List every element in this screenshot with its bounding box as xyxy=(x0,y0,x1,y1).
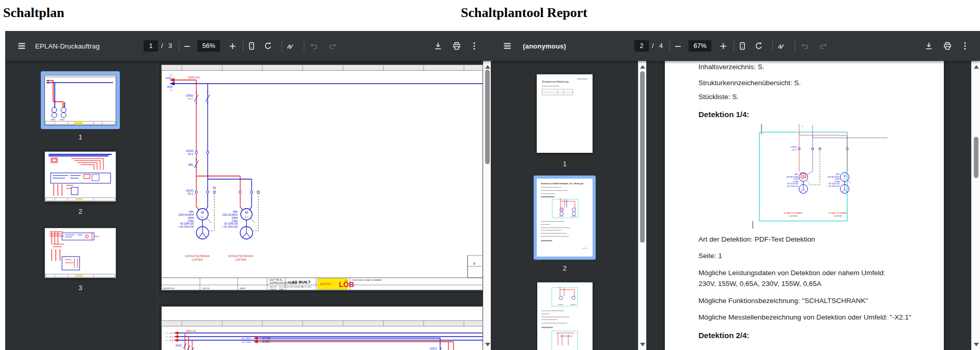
rotate-icon[interactable] xyxy=(259,37,277,55)
zoom-in-button[interactable]: + xyxy=(224,37,241,55)
page-divider: / xyxy=(161,42,163,50)
supply-voltage-label: 230V AC xyxy=(188,76,200,79)
svg-text:-X2.1: -X2.1 xyxy=(187,192,193,195)
redo-icon[interactable] xyxy=(815,37,832,55)
svg-text:0V DC: 0V DC xyxy=(262,341,270,343)
svg-text:GK 3244.100: GK 3244.100 xyxy=(787,183,798,185)
svg-text:SCHALTSCHRANK: SCHALTSCHRANK xyxy=(185,254,210,258)
report-line-values: 230V, 155W, 0,65A, 230V, 155W, 0,65A xyxy=(698,280,821,288)
svg-text:02.03.2020: 02.03.2020 xyxy=(279,286,289,288)
report-line-powerdata: Mögliche Leistungsdaten von Detektion od… xyxy=(698,269,885,277)
svg-text:MAA: MAA xyxy=(279,289,284,291)
print-icon[interactable] xyxy=(939,37,956,55)
svg-text:230V AC/50Hz: 230V AC/50Hz xyxy=(222,214,238,216)
svg-text:1~: 1~ xyxy=(245,215,248,218)
page-divider: / xyxy=(652,42,654,50)
svg-text:BEARB.: BEARB. xyxy=(270,289,277,291)
thumbnail-page-2-selected[interactable]: Detektionen im EdtST Schaltplan_Test_3Se… xyxy=(534,176,596,260)
report-line-structure: Strukturkennzeichenübersicht: S. xyxy=(698,79,801,87)
annotate-pen-icon[interactable] xyxy=(772,37,790,55)
svg-text:GK 3244.100: GK 3244.100 xyxy=(180,222,194,225)
rotate-icon[interactable] xyxy=(750,37,768,55)
right-viewer-scrollbar[interactable] xyxy=(971,61,980,350)
page-number-input[interactable]: 1 xyxy=(144,40,158,52)
zoom-level-input[interactable]: 67% xyxy=(689,40,711,52)
right-sidebar-scrollbar[interactable] xyxy=(638,61,646,350)
svg-text:14 / 10DL+: 14 / 10DL+ xyxy=(241,337,252,340)
zoom-out-button[interactable]: − xyxy=(178,37,196,55)
svg-text:DATUM: DATUM xyxy=(270,286,276,288)
sheet-number: 9 xyxy=(473,262,475,265)
svg-text:1~: 1~ xyxy=(201,215,204,218)
thumbnail-1-preview xyxy=(44,75,116,125)
svg-text:ELEKTRO: ELEKTRO xyxy=(320,283,332,285)
report-line-function: Mögliche Funktionsbezeichnung: "SCHALTSC… xyxy=(698,297,868,305)
fit-page-icon[interactable] xyxy=(243,37,260,55)
left-scrollbar-thumb[interactable] xyxy=(485,70,490,164)
svg-text:KÜHLUNG SCHALTSCHRANK: KÜHLUNG SCHALTSCHRANK xyxy=(352,279,382,281)
svg-text:Durchsuchte Dateien:: Durchsuchte Dateien: xyxy=(542,85,560,87)
left-toolbar: EPLAN-Druckauftrag 1 / 3 − 56% + xyxy=(5,31,491,61)
svg-text:SCHALTSCHRANK: SCHALTSCHRANK xyxy=(829,212,848,214)
download-icon[interactable] xyxy=(920,37,938,55)
breaker-label-2: -10Q1 xyxy=(175,344,182,347)
thumbnail-3-label: 3 xyxy=(44,284,116,292)
svg-text:NAME: NAME xyxy=(240,288,245,290)
svg-text:DATUM: DATUM xyxy=(203,288,209,290)
svg-text:LÜFTER: LÜFTER xyxy=(192,258,203,261)
svg-text:1L2: 1L2 xyxy=(169,336,174,338)
thumbnail-1-label: 1 xyxy=(537,160,593,168)
svg-text:230V AC/50Hz: 230V AC/50Hz xyxy=(178,214,194,216)
svg-text:M: M xyxy=(802,174,804,178)
print-icon[interactable] xyxy=(448,37,465,55)
left-viewer-scrollbar[interactable] xyxy=(483,61,491,350)
more-options-icon[interactable] xyxy=(465,37,483,55)
thumbnail-page-3[interactable] xyxy=(537,282,593,350)
svg-text:ÄNDERUNG: ÄNDERUNG xyxy=(163,288,175,290)
svg-text:1L06.1: 1L06.1 xyxy=(165,77,173,79)
svg-text:-10CK1: -10CK1 xyxy=(429,347,438,350)
page-number-input[interactable]: 2 xyxy=(634,40,649,52)
annotate-pen-icon[interactable] xyxy=(282,37,299,55)
left-viewer-content: 1 xyxy=(5,61,491,350)
thumbnail-page-3[interactable] xyxy=(44,228,116,278)
redo-icon[interactable] xyxy=(324,37,341,55)
page-total: 4 xyxy=(659,42,663,50)
thumbnail-page-1-selected[interactable] xyxy=(41,71,120,129)
svg-text:155W: 155W xyxy=(794,178,799,180)
left-document-area: 230V AC 7.6 1L06.1 1N03 7.6 -17B02 K06.2… xyxy=(158,61,483,350)
svg-text:M: M xyxy=(245,211,247,214)
svg-text:M: M xyxy=(844,174,846,178)
svg-text:EIOT HK-KL: EIOT HK-KL xyxy=(270,279,283,281)
zoom-out-button[interactable]: − xyxy=(669,37,687,55)
svg-text:230V AC/50Hz: 230V AC/50Hz xyxy=(827,176,839,178)
undo-icon[interactable] xyxy=(305,37,323,55)
svg-text:-9M2: -9M2 xyxy=(835,173,839,176)
right-sidebar-scrollbar-thumb[interactable] xyxy=(640,71,645,243)
as-built-stamp: AS BUILT xyxy=(292,280,310,284)
zoom-in-button[interactable]: + xyxy=(714,37,732,55)
zoom-level-input[interactable]: 56% xyxy=(197,40,220,52)
report-line-partlist: Stückliste: S. xyxy=(698,93,739,101)
svg-text:05.11.2020: 05.11.2020 xyxy=(302,286,312,288)
svg-text:7.6: 7.6 xyxy=(169,74,173,76)
svg-text:1~: 1~ xyxy=(844,178,846,181)
report-heading-detektion-2: Detektion 2/4: xyxy=(698,331,749,340)
svg-text:155W: 155W xyxy=(188,217,194,219)
detection-image: 14 +E100 -X2.1 M 1~ M 1~ xyxy=(749,123,904,229)
menu-icon[interactable] xyxy=(499,37,516,55)
more-options-icon[interactable] xyxy=(956,37,974,55)
thumbnail-page-1[interactable]: Zusammenfassung: Durchsuchte Dateien: xyxy=(537,74,593,153)
undo-icon[interactable] xyxy=(796,37,814,55)
thumbnail-2-label: 2 xyxy=(44,208,116,215)
fit-page-icon[interactable] xyxy=(734,37,751,55)
thumbnail-page-2[interactable] xyxy=(44,151,116,202)
voltage-label: 400V AC xyxy=(186,329,196,332)
download-icon[interactable] xyxy=(429,37,447,55)
svg-text:0,65A: 0,65A xyxy=(835,181,840,183)
menu-icon[interactable] xyxy=(13,37,30,55)
svg-text:B0: B0 xyxy=(288,281,291,284)
svg-text:155W: 155W xyxy=(231,217,238,219)
right-scrollbar-thumb[interactable] xyxy=(974,137,978,178)
left-thumbnail-sidebar: 1 xyxy=(5,61,158,350)
